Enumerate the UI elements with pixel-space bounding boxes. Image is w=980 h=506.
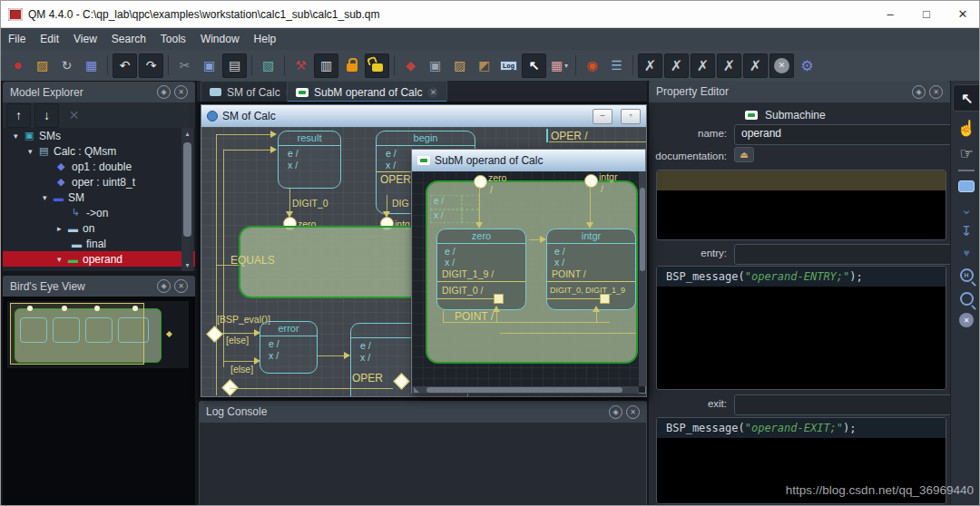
move-down-icon[interactable]: ↓ — [34, 103, 59, 128]
entry-connector-intgr[interactable] — [584, 174, 598, 188]
tree-scrollbar[interactable]: ▴ ▾ — [181, 128, 193, 271]
close-panel-icon[interactable]: ✕ — [174, 85, 188, 99]
open-model-icon[interactable]: ▨ — [31, 54, 54, 77]
pan-hand-icon[interactable]: ☝ — [953, 115, 980, 141]
tree-item-on[interactable]: ▸ ▬ on — [3, 220, 195, 236]
entry-action-box[interactable]: e / — [430, 195, 463, 209]
entry-action-label[interactable]: e / — [269, 338, 279, 349]
entry-action-label[interactable]: e / — [445, 246, 456, 257]
caret-right-icon[interactable]: ▸ — [57, 224, 68, 233]
image-viewer-icon[interactable]: ▣ — [424, 54, 446, 77]
connector-label-intgr[interactable]: intgr — [599, 171, 617, 182]
entry-action-label[interactable]: e / — [386, 148, 397, 159]
scroll-down-icon[interactable]: ▾ — [181, 261, 193, 269]
minimize-button[interactable]: – — [872, 2, 908, 27]
log-console-content[interactable] — [199, 423, 647, 506]
subm-vscroll-thumb[interactable] — [640, 188, 645, 271]
exit-point-square[interactable] — [494, 294, 504, 304]
entry-field[interactable] — [734, 244, 952, 265]
export-model-icon[interactable]: ◆ — [399, 54, 422, 77]
entry-action-label[interactable]: e / — [360, 340, 371, 351]
subm-diagram-canvas[interactable]: zero / intgr / e / x / zero e / — [412, 171, 639, 386]
cancel-tool-icon[interactable]: ✕ — [953, 307, 980, 333]
menu-file[interactable]: File — [1, 28, 33, 50]
close-tab-icon[interactable]: ✕ — [427, 87, 438, 98]
internal-transition-point[interactable]: POINT / — [552, 268, 586, 279]
print-icon[interactable]: ▥ — [314, 54, 338, 78]
exit-action-label[interactable]: x / — [445, 257, 455, 268]
tree-item-op1[interactable]: ◆ op1 : double — [3, 159, 195, 174]
tools-red-icon[interactable]: ⚒ — [289, 54, 312, 77]
menu-view[interactable]: View — [66, 28, 104, 50]
connector-label-zero[interactable]: zero — [488, 172, 506, 183]
float-panel-icon[interactable]: ◈ — [912, 85, 926, 99]
state-intgr[interactable]: intgr e / x / POINT / DIGIT_0, DIGIT_1_9 — [546, 229, 636, 310]
tree-item-final[interactable]: ▬ final — [3, 236, 195, 251]
subm-horizontal-scrollbar[interactable] — [412, 386, 639, 394]
choice-point[interactable] — [206, 326, 222, 342]
minimap-viewport[interactable] — [10, 303, 144, 365]
tree-item-sm[interactable]: ▾ ▬ SM — [3, 190, 195, 205]
tree-item-initial-on[interactable]: ↳ ->on — [3, 205, 195, 220]
export-diagram-icon[interactable]: ▧ — [257, 54, 279, 77]
layers-icon[interactable]: ☰ — [605, 54, 628, 77]
pointing-hand-icon[interactable]: ☞ — [953, 141, 980, 166]
connector-action-label[interactable]: / — [601, 183, 603, 194]
close-button[interactable]: ✕ — [945, 2, 980, 27]
transition-label-digit0[interactable]: DIGIT_0 — [292, 198, 328, 209]
float-panel-icon[interactable]: ◈ — [609, 405, 622, 419]
exit-field[interactable] — [734, 394, 952, 415]
scroll-up-icon[interactable]: ▴ — [181, 130, 193, 138]
transition-label-oper[interactable]: OPER / — [551, 130, 588, 142]
entry-action-label[interactable]: e / — [288, 148, 299, 159]
tree-scrollbar-thumb[interactable] — [183, 142, 191, 237]
caret-down-icon[interactable]: ▾ — [57, 255, 68, 264]
stop-icon[interactable]: ✕ — [769, 54, 794, 78]
copy-icon[interactable]: ▣ — [198, 54, 220, 77]
caret-down-icon[interactable]: ▾ — [43, 193, 54, 202]
transition-label-oper-2[interactable]: OPER — [352, 372, 383, 384]
menu-help[interactable]: Help — [247, 28, 284, 50]
menu-search[interactable]: Search — [104, 28, 153, 50]
tree-item-calc[interactable]: ▾ ▤ Calc : QMsm — [3, 143, 195, 159]
documentation-editor[interactable] — [656, 170, 946, 240]
lock-icon[interactable] — [340, 54, 363, 77]
caret-down-icon[interactable]: ▾ — [28, 147, 39, 156]
image-edit-icon[interactable]: ▨ — [448, 54, 471, 77]
state-tool-icon[interactable] — [953, 173, 980, 199]
config-tools-icon[interactable]: ⚙ — [796, 54, 818, 77]
build-tool-1-icon[interactable]: ✗ — [638, 54, 662, 78]
exit-action-label[interactable]: x / — [288, 160, 298, 170]
guard-label-else[interactable]: [else] — [226, 335, 249, 345]
close-panel-icon[interactable]: ✕ — [929, 85, 943, 99]
build-tool-4-icon[interactable]: ✗ — [717, 54, 741, 78]
build-tool-3-icon[interactable]: ✗ — [691, 54, 715, 78]
tab-subm-operand-of-calc[interactable]: SubM operand of Calc ✕ — [287, 81, 447, 102]
log-window-icon[interactable]: Log — [497, 54, 520, 77]
subm-hscroll-thumb[interactable] — [426, 387, 622, 393]
image-sign-icon[interactable]: ◩ — [473, 54, 495, 77]
cut-icon[interactable]: ✂ — [173, 54, 196, 77]
pointer-icon[interactable]: ↖ — [522, 54, 546, 78]
transition-label-dig[interactable]: DIG — [392, 198, 409, 209]
zoom-history-tool-icon[interactable]: H — [953, 262, 980, 287]
float-panel-icon[interactable]: ◈ — [157, 279, 171, 293]
state-error[interactable]: error e / x / — [260, 321, 318, 374]
redo-icon[interactable]: ↷ — [139, 54, 163, 78]
tree-item-operand-selected[interactable]: ▾ ▬ operand — [3, 251, 195, 267]
close-panel-icon[interactable]: ✕ — [626, 405, 640, 419]
sm-window-titlebar[interactable]: SM of Calc – ▫ — [201, 105, 646, 128]
build-tool-2-icon[interactable]: ✗ — [664, 54, 689, 78]
state-result[interactable]: result e / x / — [278, 131, 341, 189]
paste-icon[interactable]: ▤ — [222, 54, 247, 78]
exit-action-label[interactable]: x / — [360, 352, 370, 363]
tree-item-oper[interactable]: ◆ oper : uint8_t — [3, 174, 195, 190]
unlock-icon[interactable] — [365, 54, 389, 78]
exit-action-box[interactable]: x / — [430, 209, 463, 223]
new-model-icon[interactable]: ● — [6, 54, 29, 77]
minimap[interactable] — [7, 301, 189, 368]
save-icon[interactable]: ▦ — [80, 54, 103, 77]
exit-action-label[interactable]: x / — [269, 350, 279, 361]
resize-grip[interactable] — [414, 387, 419, 393]
name-field[interactable]: operand — [734, 124, 952, 145]
